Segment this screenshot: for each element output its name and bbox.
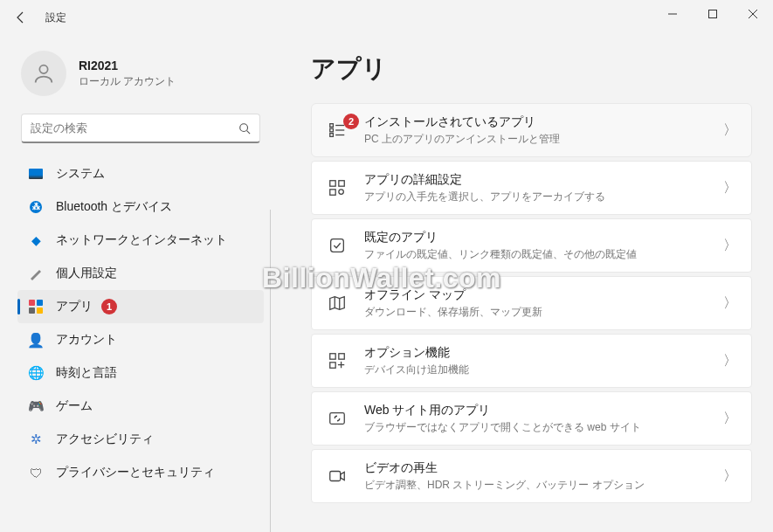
svg-rect-13 <box>330 181 335 186</box>
sidebar-item-system[interactable]: システム <box>17 157 264 190</box>
page-title: アプリ <box>311 52 752 86</box>
card-title: オフライン マップ <box>364 287 723 303</box>
card-optional-features[interactable]: オプション機能 デバイス向け追加機能 〉 <box>311 334 752 388</box>
card-sub: ダウンロード、保存場所、マップ更新 <box>364 305 723 320</box>
sidebar-item-label: システム <box>56 166 105 182</box>
list-icon: 2 <box>326 119 349 142</box>
chevron-right-icon: 〉 <box>723 294 737 313</box>
chevron-right-icon: 〉 <box>723 467 737 486</box>
card-installed-apps[interactable]: 2 インストールされているアプリ PC 上のアプリのアンインストールと管理 〉 <box>311 103 752 157</box>
sidebar-item-time[interactable]: 🌐 時刻と言語 <box>17 356 264 390</box>
svg-rect-26 <box>330 472 341 481</box>
minimize-button[interactable] <box>652 0 693 28</box>
sidebar-item-label: 個人用設定 <box>56 266 117 281</box>
card-video-playback[interactable]: ビデオの再生 ビデオ調整、HDR ストリーミング、バッテリー オプション 〉 <box>311 449 752 503</box>
card-sub: デバイス向け追加機能 <box>364 363 723 377</box>
check-shield-icon <box>326 234 349 257</box>
sidebar-item-label: 時刻と言語 <box>56 365 117 381</box>
shield-icon: 🛡 <box>28 465 44 480</box>
svg-point-16 <box>339 190 344 195</box>
svg-rect-20 <box>330 354 335 359</box>
chevron-right-icon: 〉 <box>723 179 737 197</box>
content: アプリ 2 インストールされているアプリ PC 上のアプリのアンインストールと管… <box>271 35 773 532</box>
person-icon <box>31 61 56 86</box>
brush-icon <box>28 266 44 281</box>
sidebar-item-network[interactable]: ◆ ネットワークとインターネット <box>17 224 264 257</box>
search-input[interactable] <box>31 121 238 135</box>
svg-rect-7 <box>330 124 334 128</box>
sidebar-item-label: アプリ <box>56 299 93 314</box>
sidebar-item-personalization[interactable]: 個人用設定 <box>17 257 264 290</box>
wifi-icon: ◆ <box>28 232 44 248</box>
svg-rect-9 <box>330 128 334 132</box>
sidebar-item-privacy[interactable]: 🛡 プライバシーとセキュリティ <box>17 456 264 489</box>
card-title: アプリの詳細設定 <box>364 172 723 188</box>
video-icon <box>326 465 349 487</box>
svg-rect-21 <box>339 354 344 359</box>
svg-point-4 <box>39 66 47 73</box>
svg-rect-25 <box>330 413 345 425</box>
arrow-left-icon <box>14 10 28 24</box>
svg-rect-22 <box>330 363 335 368</box>
user-sub: ローカル アカウント <box>79 74 176 89</box>
sidebar-item-label: アカウント <box>56 332 117 348</box>
sidebar-item-label: アクセシビリティ <box>56 432 154 447</box>
nav: システム ⁂ Bluetooth とデバイス ◆ ネットワークとインターネット … <box>17 157 264 489</box>
card-title: オプション機能 <box>364 345 723 361</box>
sidebar-item-apps[interactable]: アプリ 1 <box>17 290 264 323</box>
close-icon <box>749 10 757 18</box>
chevron-right-icon: 〉 <box>723 237 737 255</box>
chevron-right-icon: 〉 <box>723 352 737 370</box>
search-icon <box>238 122 251 135</box>
sidebar-item-label: Bluetooth とデバイス <box>56 199 172 215</box>
maximize-icon <box>708 10 717 18</box>
svg-rect-15 <box>330 190 335 195</box>
system-icon <box>28 166 44 182</box>
accessibility-icon: ✲ <box>28 432 44 447</box>
card-title: インストールされているアプリ <box>364 114 723 130</box>
card-default-apps[interactable]: 既定のアプリ ファイルの既定値、リンク種類の既定値、その他の既定値 〉 <box>311 218 752 273</box>
card-title: ビデオの再生 <box>364 460 723 476</box>
back-button[interactable] <box>7 3 35 31</box>
avatar <box>21 51 66 96</box>
card-sub: ブラウザーではなくアプリで開くことができる web サイト <box>364 420 723 435</box>
badge: 2 <box>343 114 359 129</box>
chevron-right-icon: 〉 <box>723 410 737 428</box>
sidebar-item-bluetooth[interactable]: ⁂ Bluetooth とデバイス <box>17 190 264 224</box>
card-title: 既定のアプリ <box>364 230 723 245</box>
card-title: Web サイト用のアプリ <box>364 403 723 418</box>
sidebar-item-gaming[interactable]: 🎮 ゲーム <box>17 390 264 423</box>
svg-rect-17 <box>331 239 344 252</box>
gamepad-icon: 🎮 <box>28 398 44 414</box>
divider <box>270 210 271 532</box>
sidebar-item-label: プライバシーとセキュリティ <box>56 465 215 480</box>
sidebar-item-label: ゲーム <box>56 398 93 414</box>
grid-plus-icon <box>326 349 349 372</box>
link-window-icon <box>326 407 349 430</box>
chevron-right-icon: 〉 <box>723 121 737 140</box>
minimize-icon <box>668 10 677 18</box>
card-sub: PC 上のアプリのアンインストールと管理 <box>364 132 723 147</box>
clock-icon: 🌐 <box>28 365 44 381</box>
card-apps-for-websites[interactable]: Web サイト用のアプリ ブラウザーではなくアプリで開くことができる web サ… <box>311 391 752 446</box>
maximize-button[interactable] <box>693 0 733 28</box>
card-offline-maps[interactable]: オフライン マップ ダウンロード、保存場所、マップ更新 〉 <box>311 276 752 330</box>
sidebar-item-label: ネットワークとインターネット <box>56 232 227 248</box>
window-title: 設定 <box>45 10 66 25</box>
grid-gear-icon <box>326 176 349 199</box>
apps-icon <box>28 299 44 314</box>
card-sub: ビデオ調整、HDR ストリーミング、バッテリー オプション <box>364 478 723 493</box>
svg-point-5 <box>240 123 248 131</box>
user-block[interactable]: RI2021 ローカル アカウント <box>17 44 264 114</box>
map-icon <box>326 292 349 314</box>
close-button[interactable] <box>733 0 773 28</box>
card-advanced-app-settings[interactable]: アプリの詳細設定 アプリの入手先を選択し、アプリをアーカイブする 〉 <box>311 161 752 215</box>
search-box[interactable] <box>21 114 260 143</box>
sidebar-item-accessibility[interactable]: ✲ アクセシビリティ <box>17 423 264 456</box>
badge: 1 <box>101 299 117 314</box>
sidebar-item-accounts[interactable]: 👤 アカウント <box>17 323 264 356</box>
svg-line-6 <box>247 130 251 134</box>
card-sub: ファイルの既定値、リンク種類の既定値、その他の既定値 <box>364 247 723 262</box>
svg-rect-1 <box>709 10 717 18</box>
card-sub: アプリの入手先を選択し、アプリをアーカイブする <box>364 190 723 204</box>
